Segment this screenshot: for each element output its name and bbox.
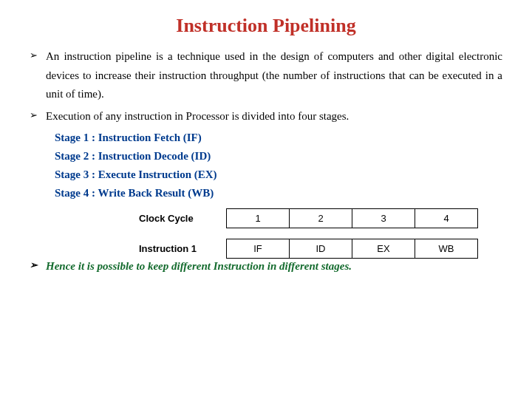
table-cell: ID bbox=[290, 239, 352, 259]
table-cell: EX bbox=[352, 239, 415, 259]
table-row: Instruction 1 IF ID EX WB bbox=[133, 239, 478, 259]
bullet-text: An instruction pipeline is a technique u… bbox=[46, 47, 502, 104]
table-cell: 1 bbox=[227, 209, 290, 228]
bullet-item: ➢ Execution of any instruction in Proces… bbox=[30, 107, 502, 126]
table-cell: 3 bbox=[352, 209, 415, 228]
row-label: Clock Cycle bbox=[133, 209, 227, 228]
table-cell: 2 bbox=[290, 209, 352, 228]
stage-line: Stage 4 : Write Back Result (WB) bbox=[55, 187, 502, 200]
page-title: Instruction Pipelining bbox=[30, 15, 502, 37]
bullet-marker-icon: ➢ bbox=[30, 257, 46, 276]
table-row: Clock Cycle 1 2 3 4 bbox=[133, 209, 478, 228]
stage-line: Stage 2 : Instruction Decode (ID) bbox=[55, 150, 502, 163]
stage-line: Stage 1 : Instruction Fetch (IF) bbox=[55, 132, 502, 144]
row-label: Instruction 1 bbox=[133, 239, 227, 259]
bullet-item: ➢ An instruction pipeline is a technique… bbox=[30, 47, 502, 104]
pipeline-table: Clock Cycle 1 2 3 4 Instruction 1 IF ID … bbox=[133, 208, 502, 259]
table-spacer bbox=[133, 228, 478, 239]
bullet-text: Execution of any instruction in Processo… bbox=[46, 107, 502, 126]
bullet-marker-icon: ➢ bbox=[30, 107, 46, 126]
bullet-item: ➢ Hence it is possible to keep different… bbox=[30, 257, 502, 276]
bullet-marker-icon: ➢ bbox=[30, 47, 46, 104]
table-cell: 4 bbox=[415, 209, 478, 228]
bullet-text: Hence it is possible to keep different I… bbox=[46, 257, 502, 276]
table-cell: WB bbox=[415, 239, 478, 259]
stage-line: Stage 3 : Execute Instruction (EX) bbox=[55, 168, 502, 181]
table-cell: IF bbox=[227, 239, 290, 259]
